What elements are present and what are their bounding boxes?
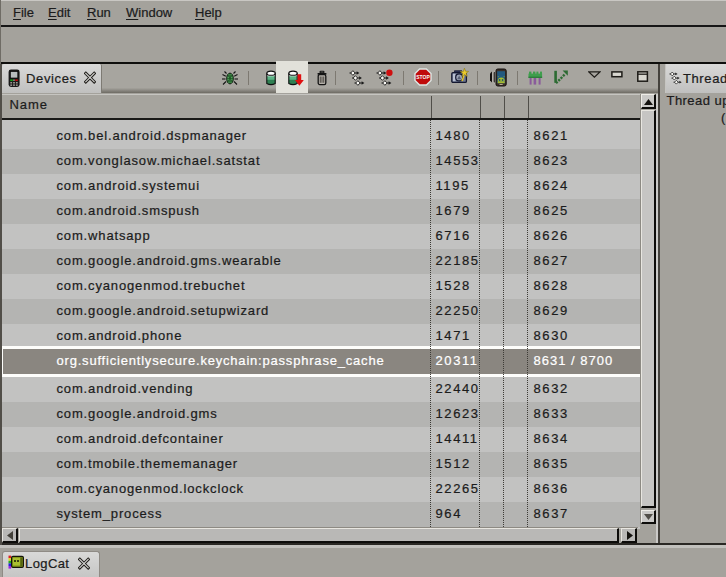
svg-text:STOP: STOP <box>416 74 430 80</box>
